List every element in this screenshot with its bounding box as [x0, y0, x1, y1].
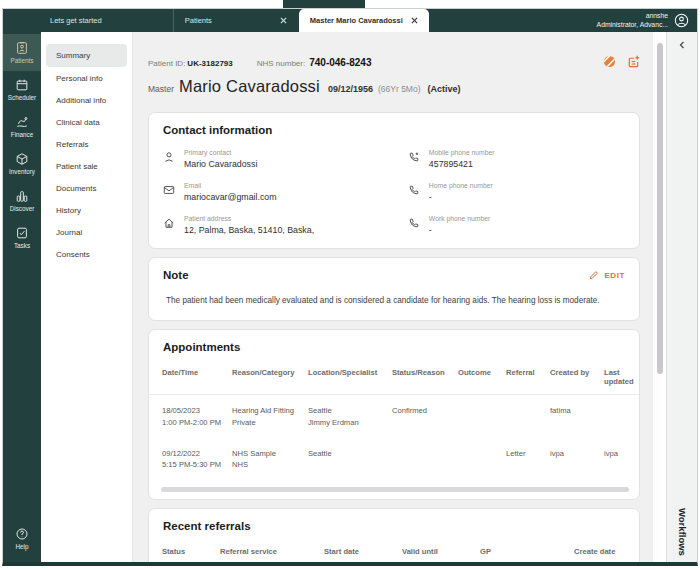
appointment-row[interactable]: 09/12/20225:15 PM-5:30 PM NHS SampleNHS …: [149, 438, 639, 481]
patient-name: Mario Cavaradossi: [179, 77, 320, 96]
vertical-scrollbar-thumb[interactable]: [657, 43, 663, 374]
appt-time: 1:00 PM-2:00 PM: [162, 417, 228, 429]
nav-label: Discover: [10, 205, 35, 212]
menu-item-consents[interactable]: Consents: [46, 244, 127, 265]
nav-item-tasks[interactable]: Tasks: [3, 219, 41, 256]
patient-age: (66Yr 5Mo): [378, 84, 421, 94]
patient-id-label: Patient ID:: [148, 59, 185, 68]
note-card-title: Note: [163, 269, 189, 281]
menu-item-additional-info[interactable]: Additional info: [46, 90, 127, 111]
tab-lets-get-started[interactable]: Lets get started: [39, 9, 173, 32]
nav-item-discover[interactable]: Discover: [3, 182, 41, 219]
recent-referrals-card: Recent referrals Status Referral service…: [148, 508, 640, 562]
menu-item-journal[interactable]: Journal: [46, 222, 127, 243]
field-label: Mobile phone number: [429, 149, 495, 156]
menu-item-clinical-data[interactable]: Clinical data: [46, 112, 127, 133]
field-label: Home phone number: [429, 182, 493, 189]
workflows-label[interactable]: Workflows: [677, 508, 688, 556]
menu-item-personal-info[interactable]: Personal info: [46, 68, 127, 89]
menu-item-patient-sale[interactable]: Patient sale: [46, 156, 127, 177]
menu-item-documents[interactable]: Documents: [46, 178, 127, 199]
column-header: Create date: [574, 541, 629, 562]
tab-patients[interactable]: Patients: [173, 9, 298, 32]
user-avatar-icon[interactable]: [674, 13, 689, 28]
appt-location: Seattle: [308, 438, 392, 481]
horizontal-scrollbar[interactable]: [161, 487, 629, 492]
appt-status: Confirmed: [392, 395, 458, 438]
column-header: Created by: [550, 362, 604, 394]
tab-master-mario-cavaradossi[interactable]: Master Mario Cavaradossi: [299, 9, 429, 32]
nav-label: Tasks: [14, 242, 30, 249]
main-nav-rail: Patients Scheduler: [3, 32, 41, 562]
patient-id-row: Patient ID: UK-3182793 NHS number: 740-0…: [148, 53, 640, 68]
menu-item-referrals[interactable]: Referrals: [46, 134, 127, 155]
user-role: Administrator, Advanc...: [597, 21, 668, 30]
patient-section-menu: Summary Personal info Additional info Cl…: [41, 32, 133, 562]
nav-label: Help: [16, 543, 29, 550]
note-text: The patient had been medically evaluated…: [163, 296, 625, 305]
nav-item-patients[interactable]: Patients: [3, 34, 41, 71]
finance-icon: [15, 115, 29, 129]
edit-note-button[interactable]: EDIT: [589, 270, 625, 280]
menu-item-summary[interactable]: Summary: [46, 44, 127, 67]
column-header: Status/Reason: [392, 362, 458, 394]
appt-reason: Hearing Aid Fitting: [232, 405, 304, 417]
column-header: Date/Time: [162, 362, 232, 394]
note-card: Note EDIT The patient had been medically…: [148, 257, 640, 321]
nav-item-finance[interactable]: Finance: [3, 108, 41, 145]
top-bar: Lets get started Patients Master Mario C…: [3, 9, 697, 32]
column-header: Referral: [506, 362, 550, 394]
tab-strip: Lets get started Patients Master Mario C…: [39, 9, 429, 32]
person-icon: [163, 151, 175, 163]
column-header: Valid until: [402, 541, 480, 562]
column-header: Referral service: [220, 541, 324, 562]
sphere-icon[interactable]: [603, 55, 616, 68]
field-value: mariocavar@gmail.com: [184, 192, 277, 202]
appointments-card-title: Appointments: [149, 341, 639, 353]
email-icon: [163, 184, 175, 196]
appt-outcome: [458, 395, 506, 438]
appt-date: 09/12/2022: [162, 448, 228, 460]
add-note-icon[interactable]: [627, 55, 640, 68]
home-icon: [163, 217, 175, 229]
contact-field-mobile-phone: Mobile phone number 457895421: [408, 149, 625, 169]
calendar-icon: [15, 78, 29, 92]
nav-item-help[interactable]: Help: [3, 520, 41, 557]
app-body: Patients Scheduler: [3, 32, 697, 562]
screen: Lets get started Patients Master Mario C…: [0, 0, 700, 570]
patient-name-row: Master Mario Cavaradossi 09/12/1956 (66Y…: [148, 77, 640, 96]
help-icon: [15, 527, 29, 541]
inventory-cube-icon: [15, 152, 29, 166]
column-header: Start date: [324, 541, 402, 562]
appointment-row[interactable]: 18/05/20231:00 PM-2:00 PM Hearing Aid Fi…: [149, 395, 639, 438]
appt-last-updated: [604, 395, 629, 438]
nav-item-scheduler[interactable]: Scheduler: [3, 71, 41, 108]
column-header: Reason/Category: [232, 362, 308, 394]
tab-label: Lets get started: [50, 16, 102, 25]
close-icon[interactable]: [411, 17, 418, 24]
menu-item-history[interactable]: History: [46, 200, 127, 221]
appt-created-by: ivpa: [550, 438, 604, 481]
column-header: Location/Specialist: [308, 362, 392, 394]
close-icon[interactable]: [280, 17, 287, 24]
field-label: Patient address: [184, 215, 314, 222]
user-menu[interactable]: annshe Administrator, Advanc...: [597, 9, 697, 32]
chevron-left-icon[interactable]: [678, 41, 686, 49]
nav-label: Finance: [11, 131, 33, 138]
patient-dob: 09/12/1956: [328, 84, 373, 94]
user-name: annshe: [597, 12, 668, 21]
appt-date: 18/05/2023: [162, 405, 228, 417]
vertical-scrollbar-track[interactable]: [653, 32, 666, 562]
phone-icon: [408, 217, 420, 229]
bar-chart-icon: [15, 189, 29, 203]
contact-field-home-phone: Home phone number -: [408, 182, 625, 202]
edit-button-label: EDIT: [604, 271, 625, 280]
appointments-card: Appointments Date/Time Reason/Category L…: [148, 329, 640, 500]
nav-item-inventory[interactable]: Inventory: [3, 145, 41, 182]
patient-id-value: UK-3182793: [187, 59, 232, 68]
appointments-header-row: Date/Time Reason/Category Location/Speci…: [149, 362, 639, 395]
nhs-number-label: NHS number:: [257, 59, 305, 68]
app-window: Lets get started Patients Master Mario C…: [2, 8, 698, 566]
appt-location: Seattle: [308, 405, 388, 417]
appt-reason: NHS Sample: [232, 448, 304, 460]
